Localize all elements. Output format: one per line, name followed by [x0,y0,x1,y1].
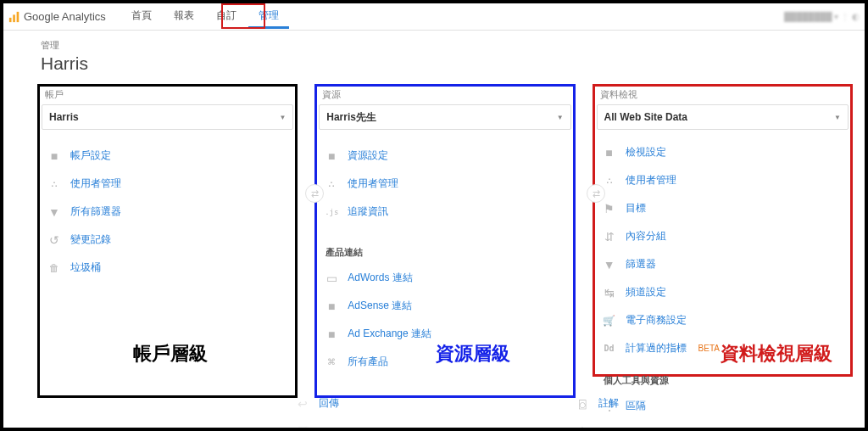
view-personal-section: 個人工具與資源 [597,362,849,392]
account-selector[interactable]: Harris ▼ [42,104,293,130]
view-cutoff-item[interactable]: … [570,417,824,431]
cart-icon [602,314,617,327]
view-filters[interactable]: 篩選器 [597,250,849,278]
doc-icon [47,149,62,163]
doc-icon [324,299,339,313]
view-content-grouping[interactable]: 內容分組 [597,222,849,250]
boxes-icon [295,424,310,431]
history-icon [47,233,62,247]
account-all-filters[interactable]: 所有篩選器 [42,198,293,226]
doc-icon [602,146,617,160]
property-blurred-item[interactable]: … [290,417,542,431]
gap [576,84,593,398]
account-column: 帳戶 Harris ▼ 帳戶設定 使用者管理 所有篩選器 變更記錄 垃圾桶 帳戶… [37,84,298,398]
property-adwords-link[interactable]: AdWords 連結 [319,264,570,292]
swap-property-view-button[interactable]: ⇄ [587,184,605,203]
link-icon [324,355,339,369]
property-all-products[interactable]: 所有產品 [319,348,570,376]
brand-text: Google Analytics [24,10,106,23]
view-selector-value: All Web Site Data [604,111,687,123]
view-ecommerce-settings[interactable]: 電子商務設定 [597,306,849,334]
view-goals[interactable]: 目標 [597,194,849,222]
view-selector[interactable]: All Web Site Data ▼ [597,104,849,130]
property-extra-items: 回傳 … Dd自訂定義 [288,389,542,431]
beta-badge: BETA [698,344,720,353]
account-selector-value: Harris [49,111,79,123]
view-calculated-metrics[interactable]: Dd計算過的指標BETA [597,334,849,362]
dd-icon: Dd [602,342,617,355]
users-icon [47,177,62,191]
property-adexchange-link[interactable]: Ad Exchange 連結 [319,320,570,348]
ga-logo-icon [8,11,20,23]
account-head: 帳戶 [42,88,293,104]
user-menu-blurred[interactable]: ████████ ▾ ⋮ ◐ [784,12,860,21]
channel-icon [602,286,617,299]
doc-icon [324,149,339,163]
breadcrumb: 管理 Harris [3,31,865,74]
property-head: 資源 [319,88,570,104]
account-annotation: 帳戶層級 [133,341,208,367]
property-selector-value: Harris先生 [326,110,376,125]
property-user-mgmt[interactable]: 使用者管理 [319,170,570,198]
nav-home[interactable]: 首頁 [121,5,162,29]
property-linking-section: 產品連結 [319,226,570,264]
property-postbacks[interactable]: 回傳 [290,389,542,417]
account-change-history[interactable]: 變更記錄 [42,226,293,254]
svg-rect-2 [17,11,19,21]
svg-rect-1 [13,14,15,22]
ga-logo[interactable]: Google Analytics [8,10,106,23]
nav-reports[interactable]: 報表 [164,5,204,29]
breadcrumb-label: 管理 [41,39,865,52]
nav-custom[interactable]: 自訂 [206,5,247,29]
view-extra-items: 註解 … [570,389,824,431]
svg-rect-0 [9,17,12,21]
lines-icon [575,424,590,431]
nav-admin[interactable]: 管理 [248,5,289,29]
chat-icon [575,397,590,411]
topbar: Google Analytics 首頁 報表 自訂 管理 ████████ ▾ … [3,3,865,31]
view-annotations[interactable]: 註解 [570,389,824,417]
account-settings[interactable]: 帳戶設定 [42,142,293,170]
view-column: 資料檢視 All Web Site Data ▼ 檢視設定 使用者管理 目標 內… [593,84,853,377]
page-title: Harris [41,53,865,74]
caret-down-icon: ▼ [834,114,841,121]
caret-down-icon: ▼ [557,114,564,121]
gap [298,84,314,398]
property-settings[interactable]: 資源設定 [319,142,570,170]
property-column: 資源 Harris先生 ▼ 資源設定 使用者管理 .js追蹤資訊 產品連結 Ad… [314,84,575,398]
js-icon: .js [324,205,339,219]
property-adsense-link[interactable]: AdSense 連結 [319,292,570,320]
account-menu: 帳戶設定 使用者管理 所有篩選器 變更記錄 垃圾桶 [42,142,293,282]
card-icon [324,271,339,285]
view-settings[interactable]: 檢視設定 [597,138,849,166]
users-icon [602,174,617,188]
reply-icon [295,397,310,411]
main-nav: 首頁 報表 自訂 管理 [121,5,289,29]
property-selector[interactable]: Harris先生 ▼ [319,104,570,130]
view-user-mgmt[interactable]: 使用者管理 [597,166,849,194]
funnel-icon [602,258,617,271]
users-icon [324,177,339,191]
trash-icon [47,261,62,275]
view-channel-settings[interactable]: 頻道設定 [597,278,849,306]
branch-icon [602,230,617,243]
flag-icon [602,202,617,216]
view-menu: 檢視設定 使用者管理 目標 內容分組 篩選器 頻道設定 電子商務設定 Dd計算過… [597,138,849,420]
funnel-icon [47,205,62,219]
property-menu: 資源設定 使用者管理 .js追蹤資訊 產品連結 AdWords 連結 AdSen… [319,142,570,376]
view-head: 資料檢視 [597,88,849,104]
account-trash[interactable]: 垃圾桶 [42,254,293,282]
doc-icon [324,327,339,341]
account-user-mgmt[interactable]: 使用者管理 [42,170,293,198]
property-tracking-info[interactable]: .js追蹤資訊 [319,198,570,226]
caret-down-icon: ▼ [280,114,287,121]
swap-account-property-button[interactable]: ⇄ [305,184,324,203]
admin-columns: ⇄ ⇄ 帳戶 Harris ▼ 帳戶設定 使用者管理 所有篩選器 變更記錄 垃圾… [3,74,865,398]
